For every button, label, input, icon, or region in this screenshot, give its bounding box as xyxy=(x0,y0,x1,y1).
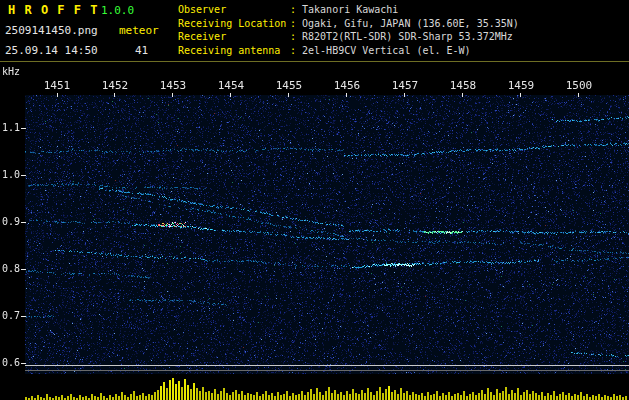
datetime-label: 25.09.14 14:50 xyxy=(5,44,98,57)
info-row-observer: Observer:Takanori Kawachi xyxy=(178,3,519,17)
info-label: Receiving antenna xyxy=(178,44,290,58)
time-label: 1452 xyxy=(100,80,130,91)
time-label: 1451 xyxy=(42,80,72,91)
info-row-antenna: Receiving antenna:2el-HB9CV Vertical (el… xyxy=(178,44,519,58)
version-label: 1.0.0 xyxy=(101,4,134,17)
time-label: 1453 xyxy=(158,80,188,91)
spectrogram-canvas xyxy=(0,62,629,400)
time-label: 1457 xyxy=(390,80,420,91)
station-info: Observer:Takanori Kawachi Receiving Loca… xyxy=(178,3,519,57)
mode-label: meteor xyxy=(119,24,159,37)
info-value: Takanori Kawachi xyxy=(302,4,398,15)
time-label: 1454 xyxy=(216,80,246,91)
info-row-location: Receiving Location:Ogaki, Gifu, JAPAN (1… xyxy=(178,17,519,31)
freq-label: 0.7 xyxy=(0,311,20,321)
freq-label: 0.6 xyxy=(0,358,20,368)
info-value: R820T2(RTL-SDR) SDR-Sharp 53.372MHz xyxy=(302,31,513,42)
info-separator: : xyxy=(290,4,296,15)
info-label: Observer xyxy=(178,3,290,17)
header: H R O F F T 1.0.0 2509141450.png meteor … xyxy=(0,0,629,61)
info-label: Receiving Location xyxy=(178,17,290,31)
freq-label: 0.9 xyxy=(0,217,20,227)
time-label: 1500 xyxy=(564,80,594,91)
info-label: Receiver xyxy=(178,30,290,44)
app-title: H R O F F T xyxy=(8,3,98,17)
freq-label: 0.8 xyxy=(0,264,20,274)
info-separator: : xyxy=(290,45,296,56)
info-separator: : xyxy=(290,18,296,29)
time-label: 1458 xyxy=(448,80,478,91)
echo-count: 41 xyxy=(135,44,148,57)
info-value: Ogaki, Gifu, JAPAN (136.60E, 35.35N) xyxy=(302,18,519,29)
info-row-receiver: Receiver:R820T2(RTL-SDR) SDR-Sharp 53.37… xyxy=(178,30,519,44)
time-label: 1455 xyxy=(274,80,304,91)
info-separator: : xyxy=(290,31,296,42)
freq-label: 1.0 xyxy=(0,170,20,180)
time-label: 1459 xyxy=(506,80,536,91)
info-value: 2el-HB9CV Vertical (el. E-W) xyxy=(302,45,471,56)
freq-label: 1.1 xyxy=(0,123,20,133)
filename-label: 2509141450.png xyxy=(5,24,98,37)
hrofft-window: H R O F F T 1.0.0 2509141450.png meteor … xyxy=(0,0,629,400)
time-label: 1456 xyxy=(332,80,362,91)
freq-unit-label: kHz xyxy=(2,66,20,77)
